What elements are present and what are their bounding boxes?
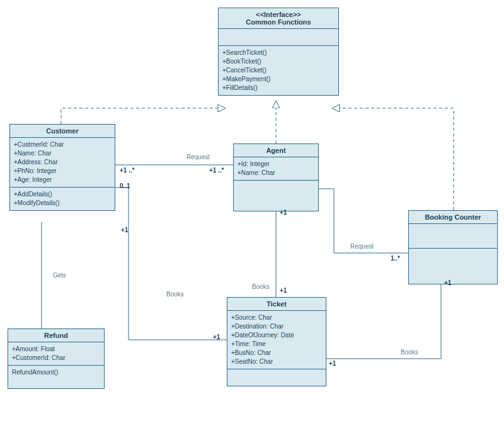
stereotype: <<Interface>> xyxy=(222,11,335,18)
mult: +1 xyxy=(121,227,128,233)
label-request: Request xyxy=(186,154,210,160)
class-name-section: <<Interface>> Common Functions xyxy=(219,8,338,29)
class-agent: Agent +Id: Integer +Name: Char xyxy=(233,143,319,211)
label-books: Books xyxy=(252,283,270,290)
class-name: Common Functions xyxy=(222,18,335,26)
op: +AddDetails() xyxy=(14,190,111,199)
ops-empty xyxy=(234,181,318,211)
class-common-functions: <<Interface>> Common Functions +SearchTi… xyxy=(218,8,339,96)
attr: +DateOfJourney: Date xyxy=(231,331,322,340)
class-refund: Refund +Amount: Float +CustomerId: Char … xyxy=(8,328,105,389)
mult: +1 ..* xyxy=(209,167,224,174)
mult: +1 xyxy=(329,360,336,367)
class-name-section: Ticket xyxy=(227,298,326,311)
svg-marker-1 xyxy=(218,104,226,112)
class-name-section: Agent xyxy=(234,144,318,157)
attr: +Name: Char xyxy=(238,169,314,177)
mult: 0..1 xyxy=(120,182,130,189)
attr: +Name: Char xyxy=(14,149,111,158)
class-booking-counter: Booking Counter xyxy=(408,210,498,284)
op: +BookTicket() xyxy=(222,57,335,66)
class-name: Customer xyxy=(14,127,111,135)
label-request: Request xyxy=(350,243,374,250)
class-ticket: Ticket +Source: Char +Destination: Char … xyxy=(227,297,326,386)
attr: +Destination: Char xyxy=(231,322,322,331)
attr: +Time: Time xyxy=(231,340,322,349)
op: RefundAmount() xyxy=(12,368,100,377)
class-name-section: Refund xyxy=(8,329,104,342)
ops-empty xyxy=(227,369,326,386)
attr: +Amount: Float xyxy=(12,345,100,354)
mult: +1 ..* xyxy=(120,167,135,174)
op: +FillDetails() xyxy=(222,84,335,93)
ops-empty xyxy=(409,249,497,284)
attr: +BusNo: Char xyxy=(231,349,322,357)
attr: +CustmerId: Char xyxy=(14,140,111,149)
operations: +SearchTicket() +BookTicket() +CancelTic… xyxy=(219,46,338,95)
attr: +SeatNo: Char xyxy=(231,357,322,366)
class-name: Booking Counter xyxy=(413,213,493,221)
attributes: +CustmerId: Char +Name: Char +Address: C… xyxy=(10,138,115,188)
mult: +1 xyxy=(444,279,451,286)
operations: +AddDetails() +ModifyDetails() xyxy=(10,188,115,210)
label-gets: Gets xyxy=(53,272,66,279)
mult: +1 xyxy=(213,334,220,340)
class-name-section: Booking Counter xyxy=(409,211,497,224)
attr: +PhNo: Integer xyxy=(14,167,111,176)
class-name: Ticket xyxy=(231,300,322,308)
attributes: +Amount: Float +CustomerId: Char xyxy=(8,342,104,366)
class-name: Agent xyxy=(238,147,314,154)
op: +CancelTicket() xyxy=(222,66,335,75)
mult: 1..* xyxy=(391,255,400,262)
op: +MakePayment() xyxy=(222,75,335,84)
attr: +Address: Char xyxy=(14,158,111,167)
op: +SearchTicket() xyxy=(222,48,335,57)
op: +ModifyDetails() xyxy=(14,199,111,208)
attributes: +Id: Integer +Name: Char xyxy=(234,157,318,181)
label-books: Books xyxy=(166,291,184,298)
class-name-section: Customer xyxy=(10,125,115,138)
mult: +1 xyxy=(280,209,287,216)
class-customer: Customer +CustmerId: Char +Name: Char +A… xyxy=(9,124,115,211)
class-name: Refund xyxy=(12,332,100,339)
attr: +CustomerId: Char xyxy=(12,354,100,362)
attr: +Age: Integer xyxy=(14,176,111,184)
operations: RefundAmount() xyxy=(8,366,104,388)
attrs-empty xyxy=(219,29,338,46)
mult: +1 xyxy=(280,287,287,294)
label-books: Books xyxy=(401,349,418,356)
attrs-empty xyxy=(409,224,497,249)
attributes: +Source: Char +Destination: Char +DateOf… xyxy=(227,311,326,369)
svg-marker-2 xyxy=(332,104,340,112)
attr: +Id: Integer xyxy=(238,160,314,169)
attr: +Source: Char xyxy=(231,313,322,322)
